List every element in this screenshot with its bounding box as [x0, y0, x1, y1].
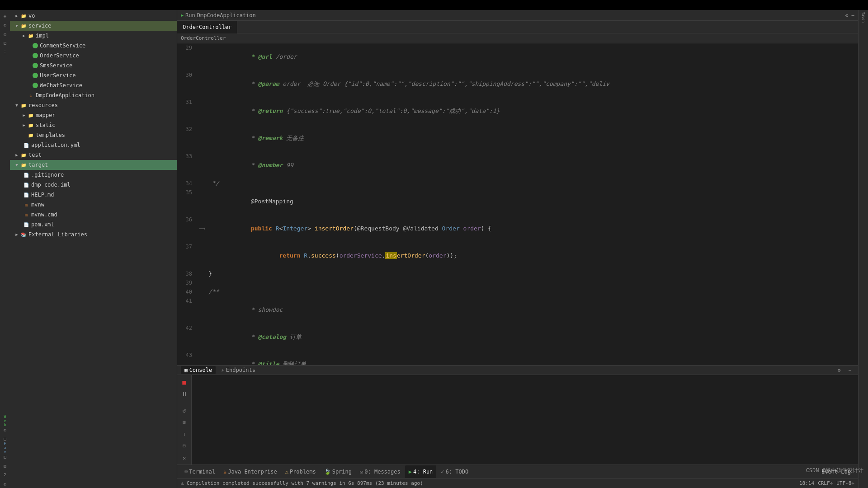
panel-tab-console[interactable]: ▦ Console [181, 366, 216, 374]
build-button[interactable]: ⊞ [179, 417, 190, 427]
terminal-label: Terminal [189, 469, 215, 475]
tree-item-impl[interactable]: ▶ 📁 impl [10, 31, 177, 41]
tree-label-iml: dmp-code.iml [31, 182, 71, 188]
btab-terminal[interactable]: ⌨ Terminal [181, 465, 219, 478]
arrow-vo: ▶ [14, 14, 20, 18]
btab-problems[interactable]: ⚠ Problems [282, 465, 320, 478]
tree-item-wechat-service[interactable]: WeChatService [10, 80, 177, 90]
btab-spring[interactable]: 🍃 Spring [321, 465, 355, 478]
btab-java-enterprise[interactable]: ☕ Java Enterprise [220, 465, 281, 478]
tree-item-mapper[interactable]: ▶ 📁 mapper [10, 110, 177, 120]
settings-icon[interactable]: ⚙ [845, 12, 849, 19]
code-content-41: * showdoc [207, 296, 858, 324]
tree-item-templates[interactable]: 📁 templates [10, 130, 177, 140]
arrow-impl: ▶ [21, 33, 27, 38]
problems-icon: ⚠ [285, 469, 288, 475]
gutter-43 [198, 351, 207, 365]
code-content-38: } [207, 269, 858, 278]
code-line-43: 43 * @title 删除订单 [177, 351, 858, 365]
status-crlf[interactable]: CRLF÷ [818, 480, 833, 486]
left-gutter-bottom-1[interactable]: ⊕ [1, 426, 9, 434]
tree-item-resources[interactable]: ▼ 📁 resources [10, 100, 177, 110]
left-gutter-icon-4[interactable]: ⊡ [1, 39, 9, 47]
line-num-39: 39 [177, 278, 198, 287]
console-output[interactable] [192, 375, 858, 465]
console-tab-label: Console [189, 367, 212, 373]
tree-item-dmp-app[interactable]: ☕ DmpCodeApplication [10, 90, 177, 100]
left-gutter-bottom-4[interactable]: ⊠ [1, 462, 9, 470]
panel-settings-btn[interactable]: ⚙ [835, 366, 844, 375]
minimize-icon[interactable]: − [851, 12, 854, 19]
tab-order-controller[interactable]: OrderController [177, 21, 237, 33]
tree-item-user-service[interactable]: UserService [10, 70, 177, 80]
left-gutter-icon-5[interactable]: ⋮ [1, 48, 9, 56]
gutter-30 [198, 70, 207, 98]
tree-label-gitignore: .gitignore [31, 172, 64, 178]
tree-item-mvnw[interactable]: m mvnw [10, 200, 177, 210]
rerun-button[interactable]: ↺ [179, 405, 190, 416]
tree-item-vo[interactable]: ▶ 📁 vo [10, 11, 177, 21]
folder-icon-service: 📁 [20, 22, 27, 29]
line-num-37: 37 [177, 242, 198, 269]
tree-label-vo: vo [28, 13, 35, 19]
java-enterprise-label: Java Enterprise [228, 469, 277, 475]
btab-run[interactable]: ▶ 4: Run [405, 465, 437, 478]
line-num-41: 41 [177, 296, 198, 324]
arrow-service: ▼ [14, 23, 20, 28]
scroll-btn[interactable]: ↓ [179, 428, 190, 439]
tree-item-mvnwcmd[interactable]: m mvnw.cmd [10, 210, 177, 220]
tree-label-pomxml: pom.xml [31, 221, 54, 228]
line-num-30: 30 [177, 70, 198, 98]
code-line-30: 30 * @param order 必选 Order {"id":0,"name… [177, 70, 858, 98]
gutter-42 [198, 324, 207, 351]
watermark: CSDN @黑白软件设计计 [806, 467, 863, 474]
close-panel-btn[interactable]: ✕ [179, 453, 190, 464]
tree-item-extlibs[interactable]: ▶ 📚 External Libraries [10, 230, 177, 239]
panel-tab-endpoints[interactable]: ⚡ Endpoints [217, 366, 259, 374]
num-2-label: 2 [1, 471, 9, 479]
code-line-39: 39 [177, 278, 858, 287]
code-line-32: 32 * @remark 无备注 [177, 125, 858, 152]
tree-item-helpmd[interactable]: 📄 HELP.md [10, 190, 177, 200]
gutter-31 [198, 98, 207, 125]
todo-icon: ✓ [441, 469, 444, 475]
panel-minimize-btn[interactable]: − [845, 366, 854, 375]
java-icon-comment [33, 43, 38, 48]
todo-label: 6: TODO [446, 469, 469, 475]
tree-item-test[interactable]: ▶ 📁 test [10, 150, 177, 160]
arrow-mapper: ▶ [21, 113, 27, 117]
gutter-35 [198, 188, 207, 215]
left-gutter-bottom-3[interactable]: ⊞ [1, 453, 9, 461]
tree-item-gitignore[interactable]: 📄 .gitignore [10, 170, 177, 180]
tree-item-target[interactable]: ▼ 📁 target [10, 160, 177, 170]
tree-label-wechat: WeChatService [40, 82, 82, 89]
code-editor[interactable]: 29 * @url /order 30 * @param order 必选 Or… [177, 43, 858, 365]
arrow-static: ▶ [21, 123, 27, 127]
tree-item-static[interactable]: ▶ 📁 static [10, 120, 177, 130]
left-gutter-icon-1[interactable]: ◈ [1, 12, 9, 20]
tree-item-sms-service[interactable]: SmsService [10, 61, 177, 70]
folder-icon-mapper: 📁 [27, 112, 34, 119]
web-label: Web [1, 417, 9, 425]
filter-btn[interactable]: ⊟ [179, 440, 190, 451]
tree-item-pomxml[interactable]: 📄 pom.xml [10, 220, 177, 230]
left-gutter-icon-3[interactable]: ◎ [1, 30, 9, 38]
tree-label-static: static [36, 122, 55, 128]
tree-item-iml[interactable]: 📄 dmp-code.iml [10, 180, 177, 190]
gutter-41 [198, 296, 207, 324]
tree-item-order-service[interactable]: OrderService [10, 51, 177, 61]
btab-messages[interactable]: ✉ 0: Messages [356, 465, 404, 478]
tree-item-comment-service[interactable]: CommentService [10, 41, 177, 51]
panel-controls: ⚙ − [835, 366, 854, 375]
left-gutter-icon-2[interactable]: ⊕ [1, 21, 9, 29]
status-encoding[interactable]: UTF-8÷ [836, 480, 854, 486]
java-icon-dmp: ☕ [27, 92, 34, 99]
stop-button[interactable]: ■ [179, 377, 190, 388]
pause-button[interactable]: ⏸ [179, 389, 190, 399]
folder-icon-impl: 📁 [27, 32, 34, 39]
left-gutter-bottom-5[interactable]: ⊕ [1, 480, 9, 488]
tree-item-service[interactable]: ▼ 📁 service [10, 21, 177, 31]
code-line-29: 29 * @url /order [177, 43, 858, 70]
btab-todo[interactable]: ✓ 6: TODO [437, 465, 472, 478]
tree-item-appyml[interactable]: 📄 application.yml [10, 140, 177, 150]
